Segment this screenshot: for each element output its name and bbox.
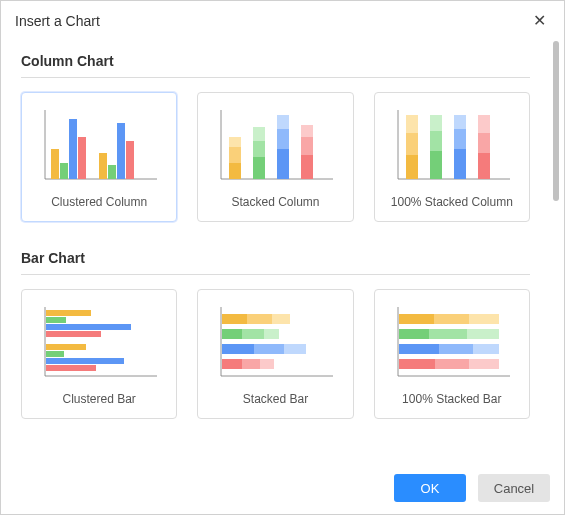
bar-chart-grid: Clustered Bar xyxy=(21,289,530,419)
chart-label: Stacked Bar xyxy=(243,386,308,406)
svg-rect-6 xyxy=(99,153,107,179)
100-stacked-column-icon xyxy=(383,101,521,189)
svg-rect-15 xyxy=(253,157,265,179)
svg-rect-12 xyxy=(229,163,241,179)
svg-rect-56 xyxy=(222,344,254,354)
svg-rect-60 xyxy=(242,359,260,369)
chart-option-100-stacked-column[interactable]: 100% Stacked Column xyxy=(374,92,530,222)
svg-rect-30 xyxy=(430,131,442,151)
svg-rect-74 xyxy=(435,359,469,369)
clustered-bar-icon xyxy=(30,298,168,386)
svg-rect-64 xyxy=(399,314,434,324)
close-icon[interactable]: ✕ xyxy=(529,11,550,31)
svg-rect-54 xyxy=(242,329,264,339)
svg-rect-33 xyxy=(454,129,466,149)
svg-rect-58 xyxy=(284,344,306,354)
svg-rect-46 xyxy=(46,358,124,364)
svg-rect-45 xyxy=(46,351,64,357)
svg-rect-16 xyxy=(253,141,265,157)
svg-rect-29 xyxy=(430,151,442,179)
svg-rect-53 xyxy=(222,329,242,339)
dialog-title: Insert a Chart xyxy=(15,13,100,29)
svg-rect-67 xyxy=(399,329,429,339)
chart-label: Clustered Bar xyxy=(62,386,135,406)
stacked-column-icon xyxy=(206,101,344,189)
svg-rect-51 xyxy=(247,314,272,324)
svg-rect-32 xyxy=(454,149,466,179)
svg-rect-7 xyxy=(108,165,116,179)
chart-label: 100% Stacked Bar xyxy=(402,386,501,406)
clustered-column-icon xyxy=(30,101,168,189)
svg-rect-44 xyxy=(46,344,86,350)
svg-rect-18 xyxy=(277,149,289,179)
100-stacked-bar-icon xyxy=(383,298,521,386)
svg-rect-71 xyxy=(439,344,473,354)
svg-rect-13 xyxy=(229,147,241,163)
svg-rect-36 xyxy=(478,133,490,153)
chart-label: Stacked Column xyxy=(231,189,319,209)
section-title-bar: Bar Chart xyxy=(21,240,530,275)
svg-rect-4 xyxy=(69,119,77,179)
chart-gallery: Column Chart xyxy=(1,39,550,464)
svg-rect-31 xyxy=(430,115,442,131)
dialog-footer: OK Cancel xyxy=(1,464,564,514)
svg-rect-3 xyxy=(60,163,68,179)
insert-chart-dialog: Insert a Chart ✕ Column Chart xyxy=(0,0,565,515)
svg-rect-37 xyxy=(478,115,490,133)
column-chart-grid: Clustered Column xyxy=(21,92,530,222)
svg-rect-47 xyxy=(46,365,96,371)
svg-rect-68 xyxy=(429,329,467,339)
svg-rect-28 xyxy=(406,115,418,133)
svg-rect-43 xyxy=(46,331,101,337)
svg-rect-22 xyxy=(301,137,313,155)
chart-option-stacked-column[interactable]: Stacked Column xyxy=(197,92,353,222)
svg-rect-52 xyxy=(272,314,290,324)
svg-rect-23 xyxy=(301,125,313,137)
scrollbar-thumb[interactable] xyxy=(553,41,559,201)
svg-rect-73 xyxy=(399,359,435,369)
vertical-scrollbar[interactable] xyxy=(550,39,564,464)
svg-rect-8 xyxy=(117,123,125,179)
svg-rect-42 xyxy=(46,324,131,330)
svg-rect-70 xyxy=(399,344,439,354)
svg-rect-17 xyxy=(253,127,265,141)
svg-rect-57 xyxy=(254,344,284,354)
section-title-column: Column Chart xyxy=(21,43,530,78)
svg-rect-27 xyxy=(406,133,418,155)
dialog-content: Column Chart xyxy=(1,39,564,464)
svg-rect-9 xyxy=(126,141,134,179)
svg-rect-14 xyxy=(229,137,241,147)
svg-rect-61 xyxy=(260,359,274,369)
chart-label: 100% Stacked Column xyxy=(391,189,513,209)
svg-rect-35 xyxy=(478,153,490,179)
svg-rect-69 xyxy=(467,329,499,339)
svg-rect-65 xyxy=(434,314,469,324)
chart-label: Clustered Column xyxy=(51,189,147,209)
svg-rect-75 xyxy=(469,359,499,369)
svg-rect-21 xyxy=(301,155,313,179)
svg-rect-59 xyxy=(222,359,242,369)
svg-rect-19 xyxy=(277,129,289,149)
chart-option-clustered-bar[interactable]: Clustered Bar xyxy=(21,289,177,419)
chart-option-clustered-column[interactable]: Clustered Column xyxy=(21,92,177,222)
svg-rect-72 xyxy=(473,344,499,354)
cancel-button[interactable]: Cancel xyxy=(478,474,550,502)
svg-rect-26 xyxy=(406,155,418,179)
ok-button[interactable]: OK xyxy=(394,474,466,502)
svg-rect-41 xyxy=(46,317,66,323)
svg-rect-2 xyxy=(51,149,59,179)
svg-rect-50 xyxy=(222,314,247,324)
svg-rect-40 xyxy=(46,310,91,316)
chart-option-100-stacked-bar[interactable]: 100% Stacked Bar xyxy=(374,289,530,419)
dialog-titlebar: Insert a Chart ✕ xyxy=(1,1,564,39)
svg-rect-66 xyxy=(469,314,499,324)
stacked-bar-icon xyxy=(206,298,344,386)
svg-rect-34 xyxy=(454,115,466,129)
svg-rect-20 xyxy=(277,115,289,129)
svg-rect-5 xyxy=(78,137,86,179)
svg-rect-55 xyxy=(264,329,279,339)
chart-option-stacked-bar[interactable]: Stacked Bar xyxy=(197,289,353,419)
